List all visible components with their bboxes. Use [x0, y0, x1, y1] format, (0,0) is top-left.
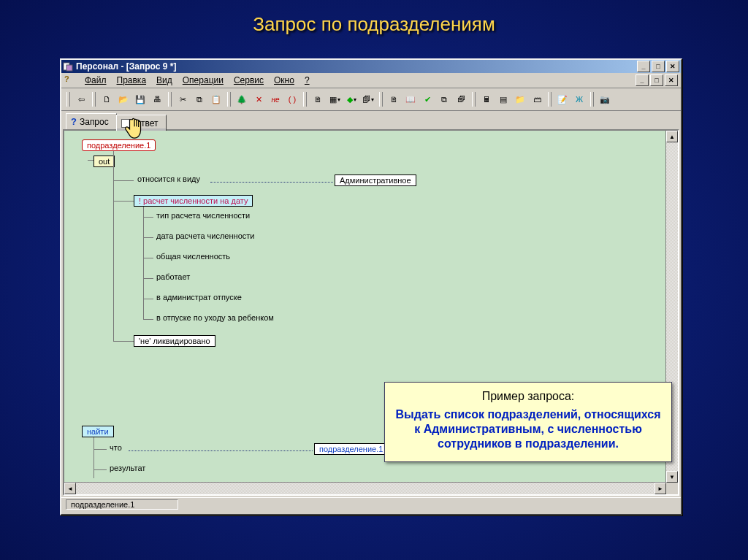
- help-icon[interactable]: ?: [64, 74, 76, 86]
- paren-icon[interactable]: ( ): [284, 91, 300, 107]
- statusbar: подразделение.1: [61, 497, 681, 514]
- svg-rect-1: [66, 65, 72, 71]
- book-icon[interactable]: 📖: [402, 91, 419, 107]
- doclist-icon[interactable]: 🗊: [453, 91, 469, 107]
- toolbar: ⇦ 🗋 📂 💾 🖶 ✂ ⧉ 📋 🌲 ✕ не ( ) 🗎 ▦ ◆ 🗐 🗎 📖 ✔…: [61, 88, 681, 111]
- maximize-button[interactable]: □: [652, 61, 665, 72]
- callout-title: Пример запроса:: [394, 390, 663, 403]
- note-icon[interactable]: 📝: [554, 91, 570, 107]
- menu-window[interactable]: Окно: [270, 74, 299, 87]
- mdi-sysbuttons: _ □ ✕: [634, 74, 678, 86]
- toolbar-grip[interactable]: [472, 92, 476, 107]
- node-rel-kind-value[interactable]: Административное: [335, 174, 416, 186]
- menu-file[interactable]: Файл: [80, 74, 111, 87]
- tree-line: [94, 449, 107, 450]
- cards-icon[interactable]: 🗃: [529, 91, 545, 107]
- cut-icon[interactable]: ✂: [175, 91, 191, 107]
- tab-query[interactable]: ? Запрос: [66, 113, 117, 129]
- close-button[interactable]: ✕: [666, 61, 679, 72]
- hand-cursor-icon: [124, 115, 146, 140]
- print-icon[interactable]: 🖶: [149, 91, 165, 107]
- menu-service[interactable]: Сервис: [229, 74, 268, 87]
- scroll-corner: [666, 483, 678, 494]
- tree-line: [94, 437, 94, 478]
- copy2-icon[interactable]: ⧉: [436, 91, 452, 107]
- tree-icon[interactable]: 🌲: [234, 91, 250, 107]
- node-find[interactable]: найти: [82, 426, 114, 437]
- check-icon[interactable]: ✔: [419, 91, 435, 107]
- node-out[interactable]: out: [94, 156, 115, 167]
- butterfly-icon[interactable]: Ж: [571, 91, 587, 107]
- dropdown2[interactable]: ◆: [343, 91, 359, 107]
- save-icon[interactable]: 💾: [132, 91, 148, 107]
- tree-line: [113, 201, 134, 202]
- open-icon[interactable]: 📂: [115, 91, 131, 107]
- paste-icon[interactable]: 📋: [208, 91, 224, 107]
- scroll-right-icon[interactable]: ►: [654, 483, 666, 494]
- calc-item-2[interactable]: общая численность: [156, 252, 230, 261]
- label-result: результат: [110, 464, 145, 472]
- page-icon[interactable]: 🗎: [386, 91, 402, 107]
- new-icon[interactable]: 🗋: [99, 91, 115, 107]
- node-what-ref[interactable]: подразделение.1: [314, 443, 388, 455]
- dropdown3[interactable]: 🗐: [360, 91, 376, 107]
- toolbar-grip[interactable]: [66, 92, 70, 107]
- callout-body: Выдать список подразделений, относящихся…: [394, 407, 663, 451]
- mdi-restore-button[interactable]: □: [650, 74, 663, 86]
- toolbar-grip[interactable]: [168, 92, 172, 107]
- app-window: Персонал - [Запрос 9 *] _ □ ✕ ? Файл Пра…: [60, 58, 682, 515]
- app-icon: [63, 61, 73, 72]
- mdi-minimize-button[interactable]: _: [636, 74, 649, 86]
- form-icon[interactable]: ▤: [495, 91, 511, 107]
- tree-line: [113, 341, 134, 342]
- label-rel-kind: относится к виду: [137, 174, 200, 183]
- tree-line: [143, 217, 153, 218]
- back-icon[interactable]: ⇦: [73, 91, 89, 107]
- dropdown1[interactable]: ▦: [327, 91, 343, 107]
- calc-item-1[interactable]: дата расчета численности: [156, 231, 254, 240]
- scroll-left-icon[interactable]: ◄: [64, 483, 76, 494]
- tree-line: [143, 207, 144, 319]
- calc-item-5[interactable]: в отпуске по уходу за ребенком: [156, 313, 274, 322]
- camera-icon[interactable]: 📷: [597, 91, 613, 107]
- menubar: ? Файл Правка Вид Операции Сервис Окно ?…: [61, 73, 681, 88]
- tree-line: [143, 278, 153, 279]
- folder-icon[interactable]: 📁: [512, 91, 528, 107]
- toolbar-grip[interactable]: [379, 92, 383, 107]
- copy-icon[interactable]: ⧉: [191, 91, 207, 107]
- scroll-up-icon[interactable]: ▲: [666, 131, 678, 142]
- calc-item-0[interactable]: тип расчета численности: [156, 211, 250, 220]
- node-liquidated[interactable]: 'не' ликвидировано: [134, 335, 215, 347]
- question-icon: ?: [71, 116, 77, 127]
- delete-icon[interactable]: ✕: [251, 91, 267, 107]
- scroll-track[interactable]: [76, 483, 654, 494]
- scroll-down-icon[interactable]: ▼: [666, 471, 678, 483]
- toolbar-grip[interactable]: [92, 92, 96, 107]
- mdi-close-button[interactable]: ✕: [665, 74, 678, 86]
- doc1-icon[interactable]: 🗎: [310, 91, 326, 107]
- menu-edit[interactable]: Правка: [112, 74, 151, 87]
- toolbar-grip[interactable]: [227, 92, 231, 107]
- label-what: что: [110, 443, 122, 452]
- toolbar-grip[interactable]: [303, 92, 307, 107]
- menu-help[interactable]: ?: [300, 74, 314, 87]
- not-icon[interactable]: не: [267, 91, 283, 107]
- query-canvas[interactable]: подразделение.1 out относится к виду Адм…: [64, 131, 678, 494]
- canvas-wrap: подразделение.1 out относится к виду Адм…: [63, 129, 679, 496]
- minimize-button[interactable]: _: [637, 61, 650, 72]
- calc-item-3[interactable]: работает: [156, 272, 190, 281]
- toolbar-grip[interactable]: [590, 92, 594, 107]
- tree-line: [143, 258, 153, 258]
- dotted-line: [210, 182, 333, 183]
- node-calc-header[interactable]: ! расчет численности на дату: [134, 195, 253, 207]
- titlebar[interactable]: Персонал - [Запрос 9 *] _ □ ✕: [61, 60, 681, 73]
- menu-view[interactable]: Вид: [152, 74, 177, 87]
- tree-line: [94, 469, 107, 470]
- tree-line: [143, 319, 153, 320]
- toolbar-grip[interactable]: [548, 92, 552, 107]
- node-root[interactable]: подразделение.1: [82, 139, 156, 151]
- menu-ops[interactable]: Операции: [178, 74, 228, 87]
- calc-icon[interactable]: 🖩: [478, 91, 495, 107]
- horizontal-scrollbar[interactable]: ◄►: [64, 482, 666, 494]
- calc-item-4[interactable]: в администрат отпуске: [156, 293, 242, 302]
